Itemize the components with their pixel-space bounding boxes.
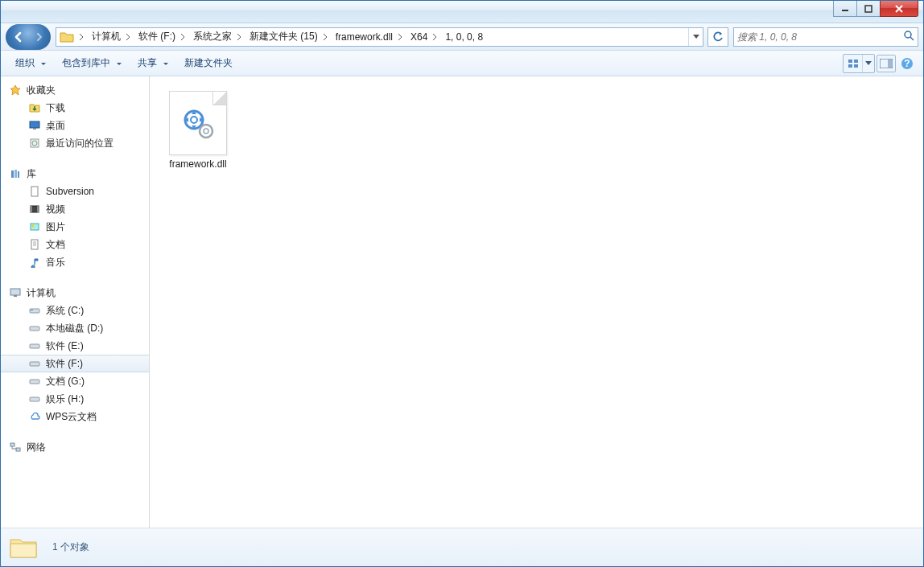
search-box[interactable] bbox=[733, 27, 918, 47]
refresh-button[interactable] bbox=[707, 27, 728, 47]
network-icon bbox=[9, 441, 22, 454]
download-icon bbox=[28, 101, 41, 114]
sidebar-item-desktop[interactable]: 桌面 bbox=[1, 117, 149, 134]
sidebar-item-label: WPS云文档 bbox=[46, 410, 97, 424]
chevron-right-icon[interactable] bbox=[76, 33, 87, 41]
search-icon[interactable] bbox=[903, 30, 914, 43]
chevron-right-icon[interactable] bbox=[320, 33, 331, 41]
sidebar-header-libraries[interactable]: 库 bbox=[1, 165, 149, 183]
drive-icon bbox=[28, 339, 41, 352]
status-bar: 1 个对象 bbox=[1, 528, 923, 566]
file-item[interactable]: framework.dll bbox=[159, 91, 237, 170]
music-icon bbox=[28, 256, 41, 269]
sidebar-item-label: 下载 bbox=[46, 101, 65, 115]
svg-rect-12 bbox=[30, 121, 39, 128]
sidebar-item-label: 本地磁盘 (D:) bbox=[46, 322, 103, 335]
view-mode-dropdown[interactable] bbox=[863, 55, 874, 72]
svg-rect-34 bbox=[30, 344, 39, 348]
new-folder-button[interactable]: 新建文件夹 bbox=[176, 53, 241, 73]
sidebar-header-label: 网络 bbox=[27, 441, 46, 454]
search-input[interactable] bbox=[737, 31, 903, 43]
organize-menu[interactable]: 组织 bbox=[7, 53, 54, 73]
sidebar-item-drive-c[interactable]: 系统 (C:) bbox=[1, 302, 149, 319]
sidebar-header-network[interactable]: 网络 bbox=[1, 438, 149, 456]
svg-rect-35 bbox=[30, 362, 39, 366]
svg-rect-25 bbox=[31, 240, 38, 249]
sidebar-item-drive-f[interactable]: 软件 (F:) bbox=[1, 355, 149, 372]
breadcrumb-folder-3[interactable]: framework.dll bbox=[331, 28, 394, 46]
breadcrumb-folder-4[interactable]: X64 bbox=[406, 28, 429, 46]
svg-rect-38 bbox=[10, 443, 14, 446]
sidebar-header-label: 库 bbox=[27, 167, 36, 181]
sidebar-item-recent[interactable]: 最近访问的位置 bbox=[1, 134, 149, 152]
sidebar-item-drive-d[interactable]: 本地磁盘 (D:) bbox=[1, 319, 149, 337]
titlebar bbox=[1, 1, 923, 23]
minimize-button[interactable] bbox=[833, 1, 857, 17]
svg-rect-19 bbox=[31, 187, 38, 196]
breadcrumb-folder-5[interactable]: 1, 0, 0, 8 bbox=[440, 28, 485, 46]
sidebar-item-subversion[interactable]: Subversion bbox=[1, 183, 149, 200]
share-menu[interactable]: 共享 bbox=[130, 53, 176, 73]
drive-icon bbox=[28, 375, 41, 388]
tiles-icon bbox=[848, 59, 859, 68]
svg-rect-33 bbox=[30, 327, 39, 331]
svg-rect-16 bbox=[11, 171, 14, 178]
preview-pane-icon bbox=[880, 59, 893, 68]
svg-rect-17 bbox=[14, 170, 17, 178]
back-button[interactable] bbox=[7, 26, 30, 48]
sidebar-item-drive-e[interactable]: 软件 (E:) bbox=[1, 337, 149, 355]
document-icon bbox=[28, 185, 41, 198]
sidebar-item-drive-g[interactable]: 文档 (G:) bbox=[1, 372, 149, 390]
sidebar-item-documents[interactable]: 文档 bbox=[1, 236, 149, 253]
chevron-right-icon[interactable] bbox=[394, 33, 406, 41]
sidebar-item-music[interactable]: 音乐 bbox=[1, 253, 149, 271]
sidebar-item-videos[interactable]: 视频 bbox=[1, 200, 149, 218]
recent-icon bbox=[28, 137, 41, 150]
sidebar-item-wps-cloud[interactable]: WPS云文档 bbox=[1, 408, 149, 425]
explorer-window: 计算机 软件 (F:) 系统之家 新建文件夹 (15) framework.dl… bbox=[0, 0, 924, 567]
svg-rect-6 bbox=[848, 64, 852, 68]
body: 收藏夹 下载 桌面 最近访问的位置 库 bbox=[1, 76, 923, 528]
sidebar-item-label: 系统 (C:) bbox=[46, 304, 84, 318]
breadcrumb-folder-1[interactable]: 系统之家 bbox=[188, 28, 233, 46]
svg-point-2 bbox=[905, 31, 911, 38]
svg-line-3 bbox=[910, 37, 914, 40]
video-icon bbox=[28, 203, 41, 216]
chevron-right-icon[interactable] bbox=[122, 33, 134, 41]
view-mode-button[interactable] bbox=[844, 55, 863, 72]
navigation-pane[interactable]: 收藏夹 下载 桌面 最近访问的位置 库 bbox=[1, 76, 150, 528]
computer-icon bbox=[9, 286, 22, 299]
sidebar-header-favorites[interactable]: 收藏夹 bbox=[1, 81, 149, 99]
chevron-right-icon[interactable] bbox=[429, 33, 440, 41]
sidebar-item-drive-h[interactable]: 娱乐 (H:) bbox=[1, 390, 149, 408]
sidebar-item-label: 娱乐 (H:) bbox=[46, 392, 84, 406]
address-bar[interactable]: 计算机 软件 (F:) 系统之家 新建文件夹 (15) framework.dl… bbox=[56, 27, 703, 47]
address-history-dropdown[interactable] bbox=[688, 28, 703, 46]
sidebar-item-label: 软件 (F:) bbox=[46, 357, 83, 371]
sidebar-item-pictures[interactable]: 图片 bbox=[1, 218, 149, 236]
sidebar-header-label: 计算机 bbox=[27, 286, 56, 300]
include-in-library-menu[interactable]: 包含到库中 bbox=[54, 53, 130, 73]
preview-pane-button[interactable] bbox=[877, 55, 896, 72]
star-icon bbox=[9, 84, 22, 97]
drive-icon bbox=[28, 392, 41, 405]
breadcrumb-drive-f[interactable]: 软件 (F:) bbox=[134, 28, 177, 46]
folder-icon bbox=[60, 31, 74, 43]
svg-rect-30 bbox=[14, 295, 17, 297]
sidebar-item-downloads[interactable]: 下载 bbox=[1, 99, 149, 117]
command-toolbar: 组织 包含到库中 共享 新建文件夹 ? bbox=[1, 51, 923, 76]
close-button[interactable] bbox=[880, 1, 918, 17]
svg-rect-23 bbox=[31, 224, 39, 230]
help-button[interactable]: ? bbox=[897, 55, 917, 72]
maximize-button[interactable] bbox=[856, 1, 881, 17]
chevron-right-icon[interactable] bbox=[233, 33, 245, 41]
sidebar-header-computer[interactable]: 计算机 bbox=[1, 284, 149, 302]
svg-point-24 bbox=[32, 225, 35, 228]
sidebar-item-label: 音乐 bbox=[46, 256, 65, 269]
breadcrumb-computer[interactable]: 计算机 bbox=[87, 28, 122, 46]
svg-rect-9 bbox=[888, 60, 892, 68]
file-list-pane[interactable]: framework.dll bbox=[150, 76, 923, 528]
breadcrumb-folder-2[interactable]: 新建文件夹 (15) bbox=[245, 28, 320, 46]
chevron-right-icon[interactable] bbox=[177, 33, 188, 41]
forward-button[interactable] bbox=[30, 27, 49, 47]
